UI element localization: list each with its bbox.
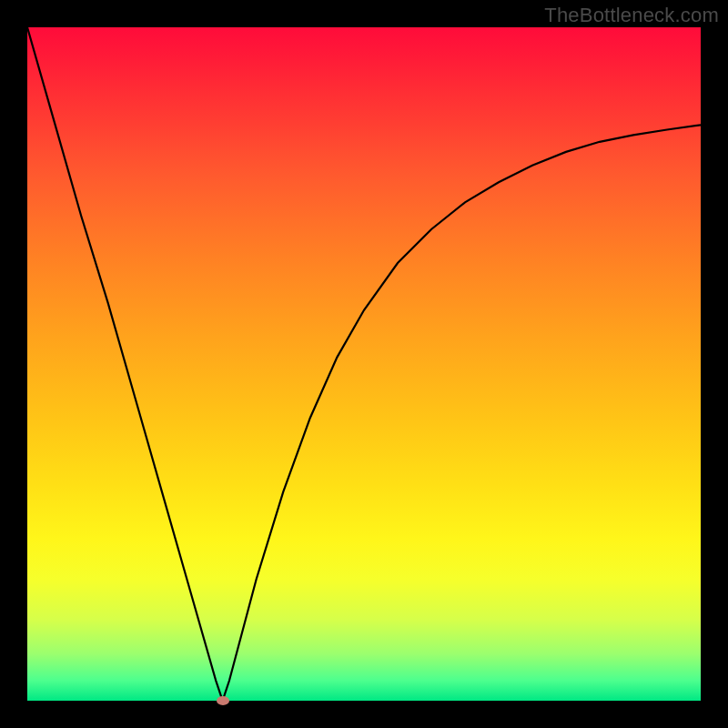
- optimum-marker: [217, 696, 229, 705]
- plot-area: [27, 27, 701, 701]
- curve-line: [27, 27, 701, 701]
- bottleneck-curve: [27, 27, 701, 701]
- chart-frame: TheBottleneck.com: [0, 0, 728, 728]
- watermark-text: TheBottleneck.com: [544, 4, 719, 27]
